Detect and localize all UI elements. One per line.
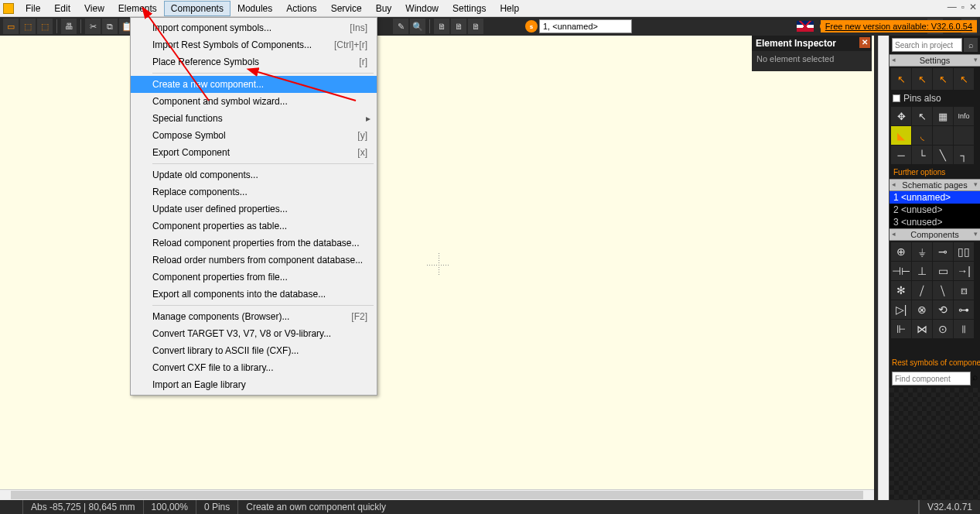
cursor-tool-2[interactable]: ↖ — [912, 68, 932, 90]
pins-also-checkbox[interactable] — [893, 94, 900, 102]
find-component-input[interactable] — [892, 372, 971, 386]
menu-item[interactable]: Replace components... — [131, 183, 377, 200]
minimize-button[interactable]: — — [948, 2, 957, 12]
further-options-link[interactable]: Further options — [890, 166, 980, 179]
tool-empty2[interactable] — [954, 126, 974, 145]
find-component-icon[interactable]: ⌕ — [972, 372, 978, 386]
menu-item[interactable]: Import an Eagle library — [131, 376, 377, 393]
tool-arc1[interactable]: ◣ — [891, 126, 911, 145]
inspector-close-button[interactable]: ✕ — [859, 37, 870, 48]
cursor-tool-1[interactable]: ↖ — [891, 68, 911, 90]
menu-item[interactable]: Component properties from file... — [131, 269, 377, 286]
schematic-pages-header[interactable]: Schematic pages — [890, 179, 980, 191]
close-button[interactable]: ✕ — [969, 2, 977, 12]
menu-item[interactable]: Import component symbols...[Ins] — [131, 19, 377, 36]
menu-item-service[interactable]: Service — [324, 1, 369, 16]
menu-item[interactable]: Export all components into the database.… — [131, 286, 377, 303]
settings-header[interactable]: Settings — [890, 54, 980, 67]
component-symbol[interactable]: →| — [954, 262, 974, 280]
menu-item-elements[interactable]: Elements — [111, 1, 164, 16]
component-symbol[interactable]: ⊸ — [933, 242, 953, 261]
component-symbol[interactable]: ⋈ — [912, 320, 932, 338]
menu-item[interactable]: Compose Symbol[y] — [131, 127, 377, 144]
menu-item-settings[interactable]: Settings — [446, 1, 493, 16]
language-flag-icon[interactable] — [797, 21, 814, 32]
menu-item[interactable]: Export Component[x] — [131, 144, 377, 161]
menu-item-modules[interactable]: Modules — [230, 1, 279, 16]
component-symbol[interactable]: ⏚ — [912, 242, 932, 261]
component-symbol[interactable]: ⧈ — [954, 281, 974, 300]
tool-empty1[interactable] — [933, 126, 953, 145]
menu-item[interactable]: Convert library to ASCII file (CXF)... — [131, 342, 377, 359]
search-input[interactable] — [892, 38, 962, 52]
tool-line3[interactable]: ╲ — [933, 146, 953, 164]
tool-button-2[interactable]: ⬚ — [37, 19, 53, 34]
component-symbol[interactable]: ⊣⊢ — [891, 262, 911, 280]
component-symbol[interactable]: ▷| — [891, 300, 911, 319]
doc-button-3[interactable]: 🗎 — [468, 19, 483, 34]
menu-item-components[interactable]: Components — [164, 1, 230, 16]
page-item[interactable]: 3 <unused> — [890, 216, 980, 228]
copy-button[interactable]: ⧉ — [102, 19, 118, 34]
menu-item[interactable]: Manage components (Browser)...[F2] — [131, 308, 377, 325]
new-file-button[interactable]: ▭ — [3, 19, 19, 34]
menu-item-window[interactable]: Window — [398, 1, 446, 16]
menu-item[interactable]: Place Reference Symbols[r] — [131, 53, 377, 70]
tool-select[interactable]: ↖ — [912, 107, 932, 125]
doc-button-1[interactable]: 🗎 — [434, 19, 449, 34]
component-symbol[interactable]: ⟲ — [933, 300, 953, 319]
menu-item-edit[interactable]: Edit — [47, 1, 77, 16]
tool-line2[interactable]: └ — [912, 146, 932, 164]
menu-item[interactable]: Convert TARGET V3, V7, V8 or V9-library.… — [131, 325, 377, 342]
menu-item[interactable]: Reload order numbers from component data… — [131, 252, 377, 269]
menu-item[interactable]: Update user defined properties... — [131, 200, 377, 218]
tool-line1[interactable]: ─ — [891, 146, 911, 164]
page-item[interactable]: 1 <unnamed> — [890, 191, 980, 204]
vertical-scrollbar[interactable] — [878, 36, 889, 500]
version-link[interactable]: Free new version available: V32.6.0.54 — [821, 20, 977, 33]
cursor-tool-3[interactable]: ↖ — [933, 68, 953, 90]
menu-item[interactable]: Component and symbol wizard... — [131, 93, 377, 110]
tool-button-pencil[interactable]: ✎ — [393, 19, 408, 34]
component-symbol[interactable]: ⧸ — [912, 281, 932, 300]
menu-item-help[interactable]: Help — [493, 1, 526, 16]
component-symbol[interactable]: ⊙ — [933, 320, 953, 338]
component-symbol[interactable]: ⊗ — [912, 300, 932, 319]
component-symbol[interactable]: ⊕ — [891, 242, 911, 261]
component-symbol[interactable]: ⧹ — [933, 281, 953, 300]
menu-item[interactable]: Create a new component... — [131, 76, 377, 93]
menu-item[interactable]: Component properties as table... — [131, 218, 377, 235]
component-symbol[interactable]: ⊩ — [891, 320, 911, 338]
component-symbol[interactable]: ⫴ — [954, 320, 974, 338]
menu-item[interactable]: Update old components... — [131, 166, 377, 183]
tool-info[interactable]: Info — [954, 107, 974, 125]
layer-combo[interactable]: 1, <unnamed> — [539, 19, 632, 33]
doc-button-2[interactable]: 🗎 — [451, 19, 466, 34]
component-symbol[interactable]: ▯▯ — [954, 242, 974, 261]
maximize-button[interactable]: ▫ — [961, 2, 965, 12]
tool-grid[interactable]: ▦ — [933, 107, 953, 125]
components-header[interactable]: Components — [890, 228, 980, 241]
menu-item[interactable]: Convert CXF file to a library... — [131, 359, 377, 376]
tool-button-search[interactable]: 🔍 — [410, 19, 425, 34]
component-symbol[interactable]: ⊶ — [954, 300, 974, 319]
component-symbol[interactable]: ✻ — [891, 281, 911, 300]
menu-item[interactable]: Special functions▸ — [131, 110, 377, 127]
tool-arc2[interactable]: ◟ — [912, 126, 932, 145]
horizontal-scrollbar[interactable] — [0, 489, 874, 500]
menu-item[interactable]: Reload component properties from the dat… — [131, 235, 377, 252]
search-icon[interactable]: ⌕ — [964, 38, 978, 52]
cursor-tool-4[interactable]: ↖ — [954, 68, 974, 90]
tool-line4[interactable]: ┐ — [954, 146, 974, 164]
rest-symbols-link[interactable]: Rest symbols of components — [890, 356, 980, 369]
page-item[interactable]: 2 <unused> — [890, 204, 980, 216]
print-button[interactable]: 🖶 — [61, 19, 77, 34]
component-symbol[interactable]: ⊥ — [912, 262, 932, 280]
menu-item[interactable]: Import Rest Symbols of Components...[Ctr… — [131, 36, 377, 53]
menu-item-file[interactable]: File — [19, 1, 47, 16]
menu-item-view[interactable]: View — [77, 1, 111, 16]
menu-item-actions[interactable]: Actions — [279, 1, 323, 16]
tool-move[interactable]: ✥ — [891, 107, 911, 125]
component-symbol[interactable]: ▭ — [933, 262, 953, 280]
menu-item-buy[interactable]: Buy — [369, 1, 399, 16]
